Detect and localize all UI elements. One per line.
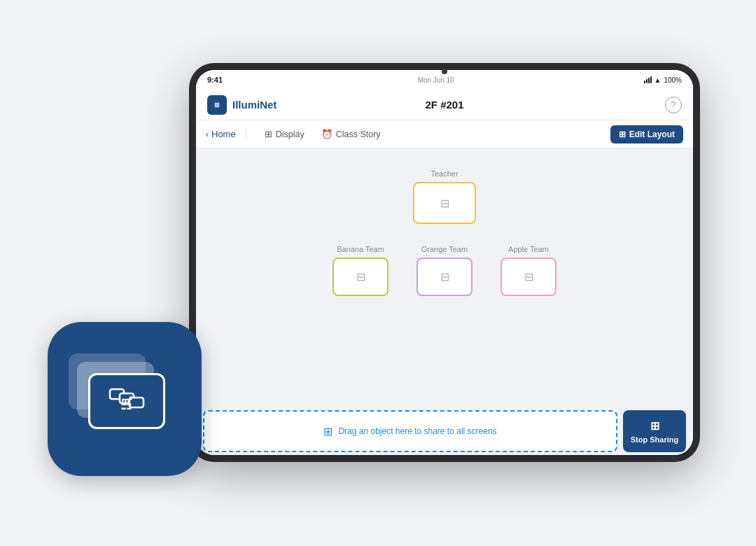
tab-class-story[interactable]: ⏰ Class Story <box>313 120 389 148</box>
drop-zone: ⊞ Drag an object here to share to all sc… <box>203 407 686 455</box>
team-banana-label: Banana Team <box>337 245 384 253</box>
teams-row: Banana Team ⊟ Orange Team ⊟ Apple Team <box>332 245 556 296</box>
app-icon: ⚏ ㎡ <box>48 322 202 476</box>
top-bar: ⊞ IllumiNet 2F #201 ? <box>196 90 693 120</box>
edit-layout-label: Edit Layout <box>629 130 675 139</box>
teacher-label: Teacher <box>430 169 458 178</box>
drop-area-icon: ⊞ <box>323 425 332 438</box>
class-story-tab-icon: ⏰ <box>321 129 332 139</box>
apple-screen-icon: ⊟ <box>524 270 533 284</box>
team-apple-label: Apple Team <box>508 245 549 253</box>
tab-display[interactable]: ⊞ Display <box>256 120 313 148</box>
app-name: IllumiNet <box>232 99 276 111</box>
logo-mark: ㎡ <box>110 390 144 412</box>
app-logo-icon: ⊞ <box>207 95 227 115</box>
battery-text: 100% <box>664 76 682 84</box>
team-banana-section: Banana Team ⊟ <box>332 245 388 296</box>
nav-home-label: Home <box>211 129 236 139</box>
main-content: Teacher ⊟ Banana Team ⊟ Orange Team <box>196 148 693 455</box>
room-title: 2F #201 <box>425 99 463 111</box>
signal-bar-3 <box>648 78 650 83</box>
nav-tabs: ⊞ Display ⏰ Class Story <box>246 120 610 148</box>
help-button[interactable]: ? <box>665 97 682 113</box>
nav-home-button[interactable]: ‹ Home <box>206 129 246 139</box>
nav-bar: ‹ Home ⊞ Display ⏰ Class Story ⊞ Edit La… <box>196 120 693 148</box>
logo-icon-symbol: ⊞ <box>214 102 220 108</box>
card-front: ⚏ ㎡ <box>88 373 165 429</box>
class-story-tab-label: Class Story <box>336 130 381 139</box>
team-orange-label: Orange Team <box>421 245 468 253</box>
stop-sharing-icon: ⊞ <box>650 419 659 433</box>
drop-area-text: Drag an object here to share to all scre… <box>338 426 496 436</box>
svg-text:㎡: ㎡ <box>120 393 134 408</box>
team-apple-section: Apple Team ⊟ <box>500 245 556 296</box>
wifi-icon: ▲ <box>654 76 662 84</box>
status-time: 9:41 <box>207 76 223 84</box>
orange-team-station[interactable]: ⊟ <box>416 258 472 296</box>
signal-bar-4 <box>650 76 652 83</box>
status-date: Mon Jun 10 <box>418 76 454 84</box>
drop-area[interactable]: ⊞ Drag an object here to share to all sc… <box>203 410 617 452</box>
team-orange-section: Orange Team ⊟ <box>416 245 472 296</box>
signal-bar-2 <box>646 79 648 83</box>
back-arrow-icon: ‹ <box>206 130 209 139</box>
stop-sharing-button[interactable]: ⊞ Stop Sharing <box>623 410 686 452</box>
signal-bars <box>644 76 652 83</box>
teacher-section: Teacher ⊟ <box>413 169 476 224</box>
apple-team-station[interactable]: ⊟ <box>500 258 556 296</box>
edit-layout-button[interactable]: ⊞ Edit Layout <box>610 125 683 144</box>
help-icon: ? <box>671 99 676 110</box>
camera-notch <box>442 69 447 74</box>
display-tab-label: Display <box>276 130 304 139</box>
teacher-screen-icon: ⊟ <box>440 197 449 210</box>
signal-bar-1 <box>644 80 645 83</box>
status-right: ▲ 100% <box>644 76 682 84</box>
banana-team-station[interactable]: ⊟ <box>332 258 388 296</box>
edit-layout-icon: ⊞ <box>619 130 626 139</box>
teacher-station[interactable]: ⊟ <box>413 182 476 224</box>
stop-sharing-label: Stop Sharing <box>631 435 678 444</box>
app-logo: ⊞ IllumiNet <box>207 95 276 115</box>
tablet-outer: 9:41 Mon Jun 10 ▲ 100% ⊞ <box>189 63 700 462</box>
banana-screen-icon: ⊟ <box>356 270 365 284</box>
orange-screen-icon: ⊟ <box>440 270 449 284</box>
display-tab-icon: ⊞ <box>265 129 272 139</box>
tablet-wrapper: 9:41 Mon Jun 10 ▲ 100% ⊞ <box>189 63 700 462</box>
tablet-screen: 9:41 Mon Jun 10 ▲ 100% ⊞ <box>196 70 693 455</box>
